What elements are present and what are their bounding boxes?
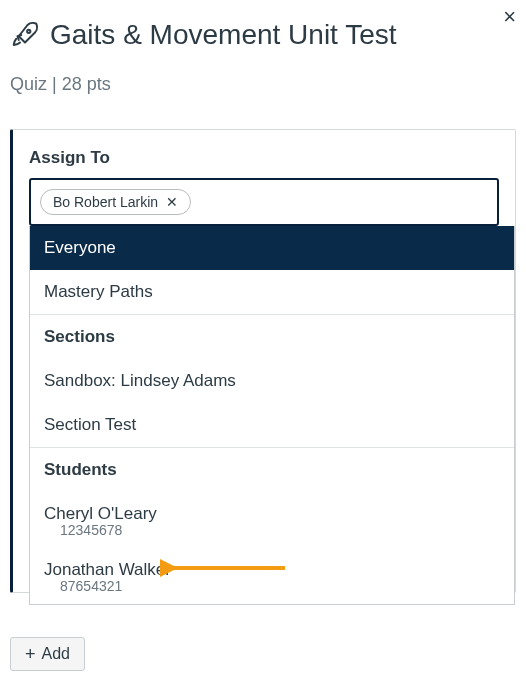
assign-to-label: Assign To bbox=[29, 148, 499, 168]
remove-token-icon[interactable]: ✕ bbox=[166, 195, 178, 209]
quiz-subtitle: Quiz | 28 pts bbox=[10, 74, 516, 95]
close-icon[interactable]: × bbox=[503, 6, 516, 28]
add-button[interactable]: + Add bbox=[10, 637, 85, 671]
option-section[interactable]: Section Test bbox=[30, 403, 514, 447]
assign-card: Assign To Bo Robert Larkin ✕ Everyone Ma… bbox=[10, 129, 516, 593]
assign-dropdown: Everyone Mastery Paths Sections Sandbox:… bbox=[29, 226, 515, 605]
page-title: Gaits & Movement Unit Test bbox=[50, 18, 397, 52]
student-sis-id: 87654321 bbox=[30, 578, 514, 604]
add-button-label: Add bbox=[42, 645, 70, 663]
assignee-token-name: Bo Robert Larkin bbox=[53, 194, 158, 210]
option-everyone[interactable]: Everyone bbox=[30, 226, 514, 270]
option-mastery-paths[interactable]: Mastery Paths bbox=[30, 270, 514, 314]
students-header: Students bbox=[30, 447, 514, 492]
rocket-icon bbox=[10, 20, 40, 50]
student-sis-id: 12345678 bbox=[30, 522, 514, 548]
option-section[interactable]: Sandbox: Lindsey Adams bbox=[30, 359, 514, 403]
sections-header: Sections bbox=[30, 314, 514, 359]
assign-to-input[interactable]: Bo Robert Larkin ✕ bbox=[29, 178, 499, 226]
svg-point-0 bbox=[27, 29, 30, 32]
header: Gaits & Movement Unit Test bbox=[10, 18, 516, 52]
plus-icon: + bbox=[25, 645, 36, 663]
assignee-token: Bo Robert Larkin ✕ bbox=[40, 189, 191, 215]
